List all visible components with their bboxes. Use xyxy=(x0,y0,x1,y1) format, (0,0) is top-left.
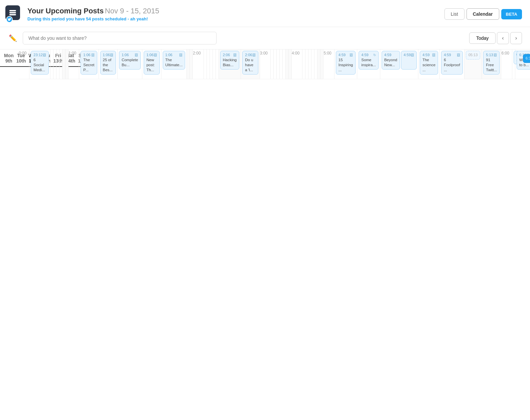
beta-button[interactable]: BETA xyxy=(501,9,522,19)
cell-wed-2 xyxy=(210,49,213,79)
time-label-5: 5:00 xyxy=(323,49,334,79)
nav-controls: Today ‹ › xyxy=(469,32,522,44)
cell-thu-5: 4:59🖼 The science ... xyxy=(418,49,440,79)
cell-mon-3 xyxy=(271,49,274,79)
cell-mon-4 xyxy=(302,49,305,79)
cell-wed-3 xyxy=(277,49,280,79)
cell-tue-0 xyxy=(50,49,53,79)
cell-mon-0: 23:12🖼 6 Social Medi... xyxy=(29,49,50,79)
post-card[interactable]: 5:13🖼 91 Free Twitt... xyxy=(483,51,500,75)
cell-wed-4 xyxy=(308,49,311,79)
cell-fri-3 xyxy=(283,49,286,79)
calendar-table: Mon 9th Tue 10th Wed 11th Thu 12th Fri 1… xyxy=(0,49,530,79)
calendar-view-button[interactable]: Calendar xyxy=(467,8,499,20)
compose-input[interactable] xyxy=(23,32,217,44)
post-card[interactable]: 4:59🖼 The science ... xyxy=(420,51,438,75)
time-label-0: 0:00 xyxy=(19,49,29,79)
twitter-badge xyxy=(6,16,13,23)
svg-rect-1 xyxy=(9,12,16,13)
cell-thu-0 xyxy=(56,49,59,79)
post-card[interactable]: 23:12🖼 6 Social Medi... xyxy=(31,51,49,75)
cell-thu-2 xyxy=(213,49,216,79)
post-card[interactable]: 1:06🖼 New post: Th... xyxy=(144,51,159,75)
date-range: Nov 9 - 15, 2015 xyxy=(105,7,159,15)
post-card[interactable]: 1:06🖼 Complete Bu... xyxy=(119,51,141,70)
cell-fri-4 xyxy=(314,49,317,79)
cell-sat-2: 2:06🖼 Hacking Bias... xyxy=(219,49,241,79)
compose-bar: ✏️ Today ‹ › xyxy=(0,27,530,49)
cell-fri-0 xyxy=(59,49,62,79)
cell-sat-5: 05:13 xyxy=(464,49,482,79)
cell-fri-5: 4:59🖼 6 Foolproof ... xyxy=(440,49,465,79)
time-label-1: 1:00 xyxy=(68,49,79,79)
cell-thu-1: 1:06🖼 New post: Th... xyxy=(142,49,161,79)
cell-tue-5: 4:59↻ Some inspira... xyxy=(357,49,380,79)
cell-thu-3 xyxy=(280,49,283,79)
cell-sun-5: 5:13🖼 91 Free Twitt... xyxy=(482,49,501,79)
cell-sat-0 xyxy=(62,49,65,79)
cell-fri-1: 1:06🖼 The Ultimate... xyxy=(161,49,187,79)
list-view-button[interactable]: List xyxy=(444,8,465,20)
cell-mon-5: 4:59🖼 15 Inspiring ... xyxy=(334,49,357,79)
page-title: Your Upcoming Posts xyxy=(27,7,104,15)
post-card[interactable]: 1:06🖼 The Secret P... xyxy=(81,51,97,75)
post-card[interactable]: 4:59🖼 15 Inspiring ... xyxy=(336,51,356,75)
logo xyxy=(5,5,23,23)
post-card-dashed[interactable]: 05:13 xyxy=(466,51,481,60)
cell-sun-3 xyxy=(289,49,292,79)
time-label-6: 6:00 xyxy=(501,49,512,79)
cell-wed-1: 1:06🖼 Complete Bu... xyxy=(117,49,142,79)
cell-sat-4 xyxy=(317,49,320,79)
cell-sun-4 xyxy=(320,49,323,79)
cell-fri-2 xyxy=(216,49,219,79)
cell-tue-2 xyxy=(207,49,210,79)
header-title: Your Upcoming Posts Nov 9 - 15, 2015 Dur… xyxy=(27,7,159,21)
calendar-container: Mon 9th Tue 10th Wed 11th Thu 12th Fri 1… xyxy=(0,49,530,79)
cell-wed-5: 4:59 Beyond New... 4:59🖼 xyxy=(380,49,418,79)
post-card[interactable]: 4:59↻ Some inspira... xyxy=(359,51,378,70)
subtitle: During this period you have 54 posts sch… xyxy=(27,16,159,21)
post-card[interactable]: 4:59🖼 xyxy=(401,51,417,70)
svg-rect-2 xyxy=(9,14,16,15)
edit-icon: ✏️ xyxy=(8,34,17,42)
view-toggle: List Calendar BETA xyxy=(444,8,522,20)
header: Your Upcoming Posts Nov 9 - 15, 2015 Dur… xyxy=(0,0,530,27)
cell-mon-2 xyxy=(204,49,207,79)
cell-sat-1 xyxy=(187,49,190,79)
post-card[interactable]: 4:59🖼 6 Foolproof ... xyxy=(441,51,463,75)
cell-sun-1 xyxy=(190,49,193,79)
time-label-3: 3:00 xyxy=(260,49,270,79)
time-label-2: 2:00 xyxy=(193,49,204,79)
time-label-4: 4:00 xyxy=(292,49,302,79)
cell-sun-0 xyxy=(65,49,68,79)
today-button[interactable]: Today xyxy=(469,32,496,44)
post-card[interactable]: 1:06🖼 25 of the Bes... xyxy=(100,51,116,75)
cell-tue-1: 1:06🖼 25 of the Bes... xyxy=(99,49,117,79)
prev-week-button[interactable]: ‹ xyxy=(497,32,509,44)
cell-tue-3 xyxy=(274,49,277,79)
time-column-header xyxy=(0,49,3,67)
cell-mon-6: 6:09 ... 6:35 xyxy=(512,49,515,79)
cell-sun-2: 2:06🖼 Do u have a 'l... xyxy=(241,49,260,79)
cell-thu-4 xyxy=(311,49,314,79)
next-week-button[interactable]: › xyxy=(510,32,522,44)
cell-mon-1: 1:06🖼 The Secret P... xyxy=(79,49,99,79)
svg-rect-0 xyxy=(9,10,16,11)
day-header-mon: Mon 9th xyxy=(3,49,15,67)
post-card[interactable]: 1:06🖼 The Ultimate... xyxy=(163,51,185,70)
post-card-blue[interactable]: 6:35 xyxy=(523,54,530,63)
post-card[interactable]: 2:06🖼 Hacking Bias... xyxy=(220,51,240,70)
cell-sat-3 xyxy=(286,49,289,79)
cell-tue-4 xyxy=(305,49,308,79)
post-card[interactable]: 2:06🖼 Do u have a 'l... xyxy=(242,51,258,75)
cell-wed-0 xyxy=(53,49,56,79)
post-card[interactable]: 4:59 Beyond New... xyxy=(382,51,400,70)
